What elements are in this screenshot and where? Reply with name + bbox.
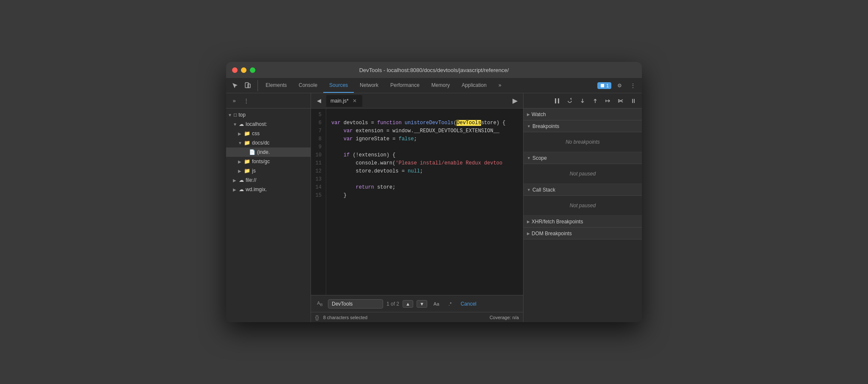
cloud-icon: ☁ [239, 177, 244, 183]
coverage-status: Coverage: n/a [490, 315, 519, 320]
close-tab-icon[interactable]: ✕ [351, 97, 358, 104]
toolbar-left-icons [230, 80, 258, 91]
run-icon[interactable]: ▶ [510, 96, 520, 106]
call-stack-not-paused-text: Not paused [528, 199, 638, 212]
device-icon[interactable] [242, 80, 253, 91]
svg-rect-2 [555, 98, 556, 103]
tab-sources[interactable]: Sources [323, 78, 354, 93]
xhr-section-header[interactable]: ▶ XHR/fetch Breakpoints [524, 216, 642, 228]
main-tabs: Elements Console Sources Network Perform… [260, 78, 597, 93]
find-bar: AB 1 of 2 ▲ ▼ Aa .* Cancel [311, 295, 523, 312]
close-button[interactable] [232, 67, 238, 73]
find-input[interactable] [328, 299, 383, 309]
sidebar-expand-icon[interactable]: » [230, 96, 239, 106]
pause-exceptions-button[interactable]: ⏸ [628, 96, 638, 106]
replace-icon: AB [315, 299, 325, 309]
title-bar: DevTools - localhost:8080/docs/devtools/… [226, 62, 642, 78]
find-prev-button[interactable]: ▲ [403, 300, 413, 308]
tree-arrow: ▶ [233, 187, 239, 192]
scope-section-header[interactable]: ▼ Scope [524, 152, 642, 164]
right-panel: ⏸ ▶ Watch ▼ Breakpoints No breakpoints [523, 93, 642, 322]
step-out-button[interactable] [590, 96, 600, 106]
folder-icon: 📁 [244, 168, 250, 174]
right-sections: ▶ Watch ▼ Breakpoints No breakpoints ▼ S… [524, 109, 642, 322]
tree-arrow: ▶ [238, 169, 244, 173]
inspect-icon[interactable] [230, 80, 241, 91]
tree-arrow: ▼ [228, 113, 234, 117]
file-tab[interactable]: main.js* ✕ [326, 95, 362, 107]
tree-item-css[interactable]: ▶ 📁 css [226, 129, 311, 138]
svg-rect-3 [558, 98, 559, 103]
scope-section-content: Not paused [524, 164, 642, 184]
settings-icon[interactable]: ⚙ [614, 80, 625, 91]
tab-application[interactable]: Application [456, 78, 493, 93]
find-next-button[interactable]: ▼ [417, 300, 427, 308]
tree-item-index[interactable]: 📄 (inde. [226, 147, 311, 157]
folder-icon: 📁 [244, 159, 250, 164]
tab-console[interactable]: Console [293, 78, 323, 93]
tab-network[interactable]: Network [354, 78, 384, 93]
code-toolbar: ◀ main.js* ✕ ▶ [311, 93, 523, 109]
tree-item-docs[interactable]: ▼ 📁 docs/dc [226, 138, 311, 147]
tree-item-file[interactable]: ▶ ☁ file:// [226, 175, 311, 185]
format-icon[interactable]: {} [315, 314, 319, 320]
line-numbers: 5 6 7 8 9 10 11 12 13 14 15 [311, 109, 326, 295]
watch-section-header[interactable]: ▶ Watch [524, 109, 642, 120]
tree-item-localhost[interactable]: ▼ ☁ localhost: [226, 120, 311, 129]
tab-elements[interactable]: Elements [260, 78, 293, 93]
scope-not-paused-text: Not paused [528, 167, 638, 180]
call-stack-section-header[interactable]: ▼ Call Stack [524, 184, 642, 196]
sidebar-more-icon[interactable]: ⋮ [241, 96, 251, 106]
tree-item-imgix[interactable]: ▶ ☁ wd.imgix. [226, 185, 311, 194]
fullscreen-button[interactable] [250, 67, 255, 73]
code-panel: ◀ main.js* ✕ ▶ 5 6 7 8 9 10 11 [311, 93, 523, 322]
breakpoints-section-header[interactable]: ▼ Breakpoints [524, 120, 642, 132]
tree-label: wd.imgix. [246, 186, 267, 192]
tree-arrow: ▶ [238, 159, 244, 164]
find-cancel-button[interactable]: Cancel [461, 301, 476, 307]
more-options-icon[interactable]: ⋮ [627, 80, 638, 91]
tree-item-js[interactable]: ▶ 📁 js [226, 166, 311, 175]
cloud-icon: ☁ [239, 186, 244, 192]
tree-label: file:// [246, 177, 256, 183]
tab-memory[interactable]: Memory [426, 78, 456, 93]
devtools-toolbar: Elements Console Sources Network Perform… [226, 78, 642, 93]
debug-toolbar: ⏸ [524, 93, 642, 109]
tab-more[interactable]: » [493, 78, 507, 93]
folder-icon: □ [234, 112, 237, 118]
tree-item-top[interactable]: ▼ □ top [226, 110, 311, 120]
step-over-button[interactable] [565, 96, 575, 106]
code-editor[interactable]: 5 6 7 8 9 10 11 12 13 14 15 var devtools… [311, 109, 523, 295]
step-into-button[interactable] [577, 96, 588, 106]
devtools-window: DevTools - localhost:8080/docs/devtools/… [226, 62, 642, 322]
breakpoints-section-content: No breakpoints [524, 132, 642, 152]
regex-button[interactable]: .* [445, 300, 454, 308]
folder-icon: 📁 [244, 140, 250, 146]
pause-button[interactable] [552, 96, 562, 106]
tree-arrow: ▶ [233, 178, 239, 183]
step-button[interactable] [603, 96, 613, 106]
match-case-button[interactable]: Aa [431, 300, 442, 308]
tree-label: fonts/gc [252, 159, 270, 164]
notification-badge[interactable]: 1 [597, 82, 611, 89]
file-tree: ▼ □ top ▼ ☁ localhost: ▶ 📁 css [226, 109, 311, 322]
left-sidebar: » ⋮ ▼ □ top ▼ ☁ localhost: [226, 93, 311, 322]
folder-icon: 📁 [244, 131, 250, 136]
main-content: » ⋮ ▼ □ top ▼ ☁ localhost: [226, 93, 642, 322]
status-bar: {} 8 characters selected Coverage: n/a [311, 312, 523, 322]
tree-arrow: ▶ [238, 131, 244, 136]
xhr-section-label: XHR/fetch Breakpoints [532, 219, 583, 225]
no-breakpoints-text: No breakpoints [528, 136, 638, 148]
tab-performance[interactable]: Performance [384, 78, 426, 93]
tree-item-fonts[interactable]: ▶ 📁 fonts/gc [226, 157, 311, 166]
code-lines: 5 6 7 8 9 10 11 12 13 14 15 var devtools… [311, 109, 523, 295]
call-stack-section-label: Call Stack [532, 187, 555, 193]
back-icon[interactable]: ◀ [314, 96, 324, 106]
scope-section-label: Scope [532, 155, 547, 161]
tree-arrow: ▼ [233, 122, 239, 127]
dom-section-header[interactable]: ▶ DOM Breakpoints [524, 228, 642, 239]
tree-label: docs/dc [252, 140, 269, 146]
deactivate-breakpoints-button[interactable] [616, 96, 626, 106]
minimize-button[interactable] [241, 67, 246, 73]
breakpoints-section-label: Breakpoints [532, 123, 559, 129]
